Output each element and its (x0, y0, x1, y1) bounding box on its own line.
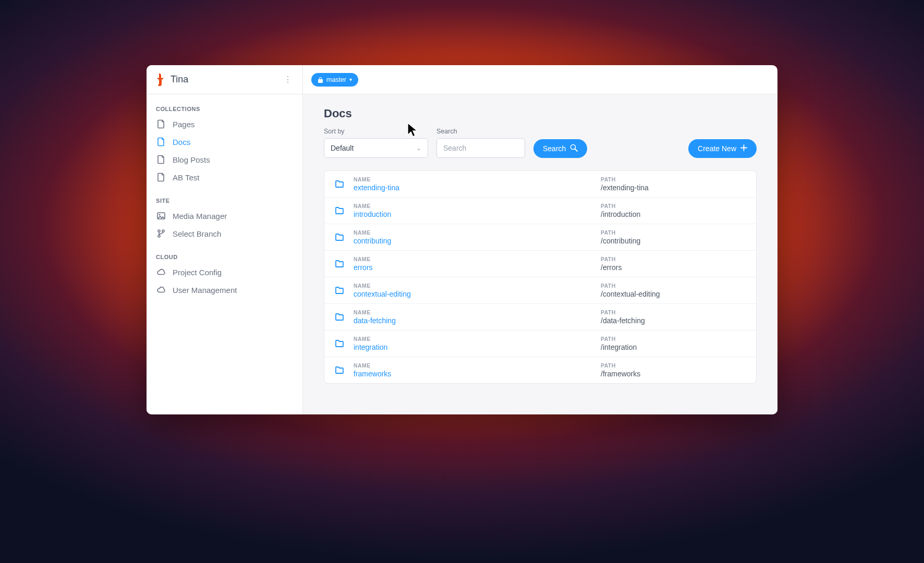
logo-icon (155, 74, 165, 86)
table-row[interactable]: NAMEcontributingPATH/contributing (324, 224, 756, 251)
column-label-path: PATH (601, 309, 747, 315)
row-name: contributing (354, 237, 601, 245)
folder-icon (334, 258, 345, 270)
row-path: /extending-tina (601, 183, 747, 192)
branch-name: master (326, 76, 346, 83)
column-label-path: PATH (601, 203, 747, 209)
main-area: master ▾ Docs Sort by Default ⌄ Searc (303, 65, 777, 414)
page-title: Docs (324, 107, 757, 120)
row-name: contextual-editing (354, 290, 601, 298)
table-row[interactable]: NAMEextending-tinaPATH/extending-tina (324, 171, 756, 198)
column-label-path: PATH (601, 256, 747, 262)
table-row[interactable]: NAMEerrorsPATH/errors (324, 251, 756, 277)
sidebar-item-media-manager[interactable]: Media Manager (151, 207, 298, 225)
plus-icon (740, 144, 747, 153)
section-label: COLLECTIONS (151, 102, 298, 115)
folder-icon (334, 311, 345, 323)
sidebar-nav: COLLECTIONSPagesDocsBlog PostsAB TestSIT… (147, 94, 302, 299)
row-path: /introduction (601, 210, 747, 218)
folder-icon (334, 364, 345, 376)
row-name: integration (354, 343, 601, 351)
row-path: /contextual-editing (601, 290, 747, 298)
row-path: /contributing (601, 237, 747, 245)
sidebar-item-pages[interactable]: Pages (151, 115, 298, 133)
column-label-name: NAME (354, 362, 601, 369)
column-label-name: NAME (354, 176, 601, 182)
svg-line-6 (575, 149, 578, 152)
page-icon (156, 137, 166, 147)
media-icon (156, 211, 166, 221)
column-label-name: NAME (354, 283, 601, 289)
column-label-name: NAME (354, 229, 601, 236)
table-row[interactable]: NAMEintegrationPATH/integration (324, 331, 756, 357)
sidebar-item-label: Pages (173, 120, 195, 129)
sidebar-item-ab-test[interactable]: AB Test (151, 168, 298, 186)
app-title: Tina (171, 74, 276, 85)
svg-point-2 (158, 230, 160, 232)
row-name: errors (354, 263, 601, 272)
folder-icon (334, 178, 345, 190)
create-new-label: Create New (698, 144, 736, 153)
row-path: /errors (601, 263, 747, 272)
cloud-icon (156, 285, 166, 295)
column-label-name: NAME (354, 336, 601, 342)
section-label: CLOUD (151, 250, 298, 263)
sidebar-item-blog-posts[interactable]: Blog Posts (151, 151, 298, 168)
search-button-label: Search (543, 144, 566, 153)
sidebar-item-label: Docs (173, 138, 190, 146)
content: Docs Sort by Default ⌄ Search Se (303, 94, 777, 414)
row-path: /data-fetching (601, 316, 747, 325)
search-input[interactable] (436, 138, 525, 158)
row-name: frameworks (354, 370, 601, 378)
cloud-icon (156, 267, 166, 277)
folder-icon (334, 231, 345, 243)
folder-icon (334, 338, 345, 349)
sidebar-item-label: AB Test (173, 173, 199, 182)
search-icon (570, 144, 578, 153)
table-row[interactable]: NAMEcontextual-editingPATH/contextual-ed… (324, 277, 756, 304)
sidebar-item-label: Blog Posts (173, 155, 210, 164)
sort-by-select[interactable]: Default ⌄ (324, 138, 428, 158)
table-row[interactable]: NAMEdata-fetchingPATH/data-fetching (324, 304, 756, 331)
column-label-path: PATH (601, 362, 747, 369)
sort-by-label: Sort by (324, 128, 428, 135)
more-menu-button[interactable]: ⋮ (282, 74, 294, 86)
sidebar-item-user-management[interactable]: User Management (151, 281, 298, 299)
row-name: data-fetching (354, 316, 601, 325)
column-label-path: PATH (601, 336, 747, 342)
table-row[interactable]: NAMEintroductionPATH/introduction (324, 198, 756, 224)
search-button[interactable]: Search (533, 139, 587, 158)
app-window: Tina ⋮ COLLECTIONSPagesDocsBlog PostsAB … (147, 65, 777, 414)
sidebar: Tina ⋮ COLLECTIONSPagesDocsBlog PostsAB … (147, 65, 303, 414)
sidebar-item-label: Select Branch (173, 229, 221, 238)
table-row[interactable]: NAMEframeworksPATH/frameworks (324, 357, 756, 383)
svg-point-1 (159, 214, 161, 216)
folder-icon (334, 285, 345, 296)
sidebar-item-project-config[interactable]: Project Config (151, 263, 298, 281)
search-label: Search (436, 128, 525, 135)
row-name: extending-tina (354, 183, 601, 192)
row-name: introduction (354, 210, 601, 218)
page-icon (156, 119, 166, 129)
topbar: master ▾ (303, 65, 777, 94)
column-label-path: PATH (601, 176, 747, 182)
sidebar-header: Tina ⋮ (147, 65, 302, 94)
svg-point-4 (162, 230, 164, 232)
sidebar-item-label: Project Config (173, 268, 222, 277)
chevron-down-icon: ▾ (349, 77, 352, 82)
branch-selector[interactable]: master ▾ (311, 73, 358, 87)
column-label-name: NAME (354, 309, 601, 315)
section-label: SITE (151, 193, 298, 207)
sidebar-item-label: Media Manager (173, 212, 227, 221)
sidebar-item-select-branch[interactable]: Select Branch (151, 225, 298, 242)
svg-point-3 (158, 235, 160, 237)
sidebar-item-docs[interactable]: Docs (151, 133, 298, 151)
sort-by-value: Default (331, 144, 354, 152)
sidebar-item-label: User Management (173, 286, 237, 295)
page-icon (156, 154, 166, 165)
controls-row: Sort by Default ⌄ Search Search (324, 128, 757, 158)
create-new-button[interactable]: Create New (688, 139, 757, 158)
column-label-name: NAME (354, 256, 601, 262)
column-label-path: PATH (601, 229, 747, 236)
page-icon (156, 172, 166, 182)
